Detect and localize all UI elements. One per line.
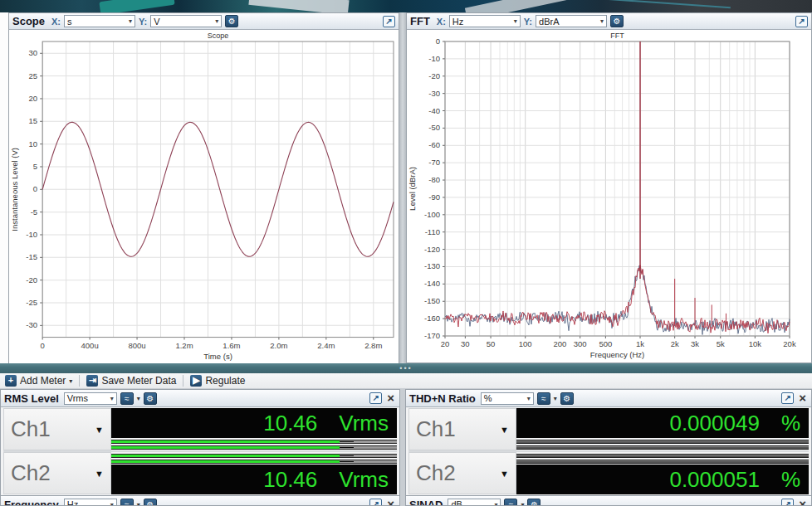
svg-text:-140: -140: [424, 279, 440, 288]
sinad-unit-dropdown[interactable]: dB ▾: [448, 499, 501, 506]
svg-text:-15: -15: [26, 252, 37, 261]
thdn-close-button[interactable]: ×: [797, 392, 808, 404]
svg-text:-10: -10: [428, 54, 440, 63]
rms-ch1-value: 10.46: [263, 411, 317, 436]
fft-chart-area[interactable]: 0-10-20-30-40-50-60-70-80-90-100-110-120…: [407, 30, 811, 362]
app-window: Scope X: s ▾ Y: V ▾ ⚙ ↗ 302520151050-5-1…: [0, 0, 812, 506]
pcb-component: [248, 0, 349, 12]
svg-text:Scope: Scope: [208, 32, 229, 40]
thdn-unit-dropdown[interactable]: % ▾: [481, 392, 534, 405]
svg-text:0: 0: [436, 36, 440, 46]
svg-text:-160: -160: [424, 314, 440, 323]
scope-y-unit-dropdown[interactable]: V ▾: [150, 15, 222, 27]
export-icon: ↗: [785, 393, 791, 402]
svg-text:20: 20: [29, 94, 38, 103]
add-meter-button[interactable]: + Add Meter ▾: [3, 375, 74, 387]
thdn-ch2-value: 0.000051: [669, 467, 759, 493]
svg-text:30: 30: [461, 339, 470, 348]
rms-ch2-bargraph: [111, 452, 397, 465]
fft-settings-button[interactable]: ⚙: [610, 15, 624, 27]
scope-export-button[interactable]: ↗: [383, 16, 395, 27]
svg-text:Frequency (Hz): Frequency (Hz): [590, 350, 644, 359]
chevron-down-icon: ▾: [129, 17, 132, 25]
export-icon: ↗: [785, 499, 791, 506]
chevron-down-icon: ▾: [521, 501, 524, 506]
thdn-ch1-selector[interactable]: Ch1 ▼: [408, 408, 516, 450]
rms-display-mode-button[interactable]: ≈: [120, 392, 134, 405]
frequency-unit-dropdown[interactable]: Hz ▾: [64, 499, 117, 506]
rms-ch2-selector[interactable]: Ch2 ▼: [3, 452, 111, 494]
chevron-down-icon: ▾: [600, 17, 604, 25]
rms-settings-button[interactable]: ⚙: [144, 392, 157, 405]
vertical-splitter[interactable]: [399, 12, 406, 363]
frequency-display-mode-button[interactable]: ≈: [120, 499, 134, 506]
pcb-component: [99, 0, 174, 12]
svg-text:300: 300: [574, 339, 587, 348]
frequency-export-button[interactable]: ↗: [369, 499, 382, 506]
sinad-close-button[interactable]: ×: [797, 499, 808, 506]
chevron-down-icon: ▾: [137, 395, 140, 402]
rms-ch1-selector[interactable]: Ch1 ▼: [3, 408, 111, 450]
fft-x-unit-dropdown[interactable]: Hz ▾: [449, 15, 521, 27]
scope-settings-button[interactable]: ⚙: [225, 15, 238, 27]
rms-ch1-unit: Vrms: [339, 411, 389, 436]
fft-export-button[interactable]: ↗: [795, 16, 808, 27]
thdn-ch1-bargraph: [516, 438, 809, 450]
pcb-photo-banner: [0, 0, 812, 12]
regulate-button[interactable]: ▶ Regulate: [188, 375, 247, 387]
rms-meter-body: Ch1 ▼ 10.46 Vrms: [1, 407, 399, 496]
frequency-close-button[interactable]: ×: [385, 499, 396, 506]
meter-display-icon: ≈: [125, 500, 130, 506]
svg-text:-20: -20: [428, 71, 440, 80]
plus-icon: +: [5, 375, 17, 387]
rms-level-header: RMS Level Vrms ▾ ≈ ▾ ⚙ ↗ ×: [1, 390, 399, 407]
svg-text:50: 50: [487, 339, 496, 348]
svg-text:1.2m: 1.2m: [175, 341, 193, 350]
rms-export-button[interactable]: ↗: [369, 392, 382, 404]
sinad-display-mode-button[interactable]: ≈: [504, 499, 517, 506]
fft-panel-header: FFT X: Hz ▾ Y: dBrA ▾ ⚙ ↗: [407, 13, 811, 30]
thdn-ch2-selector[interactable]: Ch2 ▼: [408, 452, 516, 494]
svg-text:-30: -30: [428, 89, 440, 98]
thdn-export-button[interactable]: ↗: [781, 392, 794, 404]
save-meter-data-button[interactable]: ⇥ Save Meter Data: [85, 375, 178, 387]
rms-close-button[interactable]: ×: [385, 392, 396, 404]
sinad-header: SINAD dB ▾ ≈ ▾ ⚙ ↗ ×: [406, 496, 811, 506]
gear-icon: ⚙: [146, 500, 154, 506]
svg-text:-10: -10: [26, 230, 37, 239]
svg-text:Instantaneous Level (V): Instantaneous Level (V): [10, 148, 19, 231]
thdn-ch2-unit: %: [781, 467, 800, 493]
svg-text:-90: -90: [428, 192, 440, 202]
sinad-title: SINAD: [409, 499, 443, 506]
svg-text:10k: 10k: [749, 339, 762, 348]
meter-display-icon: ≈: [541, 394, 546, 403]
svg-text:0: 0: [33, 184, 37, 193]
thdn-ratio-header: THD+N Ratio % ▾ ≈ ▾ ⚙ ↗ ×: [406, 390, 811, 407]
sinad-export-button[interactable]: ↗: [781, 499, 794, 506]
meter-toolbar: + Add Meter ▾ ⇥ Save Meter Data ▶ Regula…: [0, 373, 812, 389]
svg-text:2k: 2k: [671, 339, 679, 348]
save-icon: ⇥: [86, 375, 98, 387]
chevron-down-icon: ▼: [95, 425, 104, 435]
svg-text:20: 20: [441, 339, 450, 348]
thdn-display-mode-button[interactable]: ≈: [537, 392, 550, 405]
sinad-settings-button[interactable]: ⚙: [527, 499, 541, 506]
fft-panel: FFT X: Hz ▾ Y: dBrA ▾ ⚙ ↗ 0-10-20-30-40-…: [406, 12, 812, 363]
frequency-settings-button[interactable]: ⚙: [144, 499, 157, 506]
chevron-down-icon: ▾: [215, 17, 218, 25]
thdn-ch1-display: 0.000049 %: [516, 408, 809, 438]
fft-y-unit-dropdown[interactable]: dBrA ▾: [536, 15, 607, 27]
fft-chart: 0-10-20-30-40-50-60-70-80-90-100-110-120…: [407, 30, 811, 362]
chevron-down-icon: ▾: [110, 395, 114, 402]
svg-text:15: 15: [29, 116, 38, 125]
chevron-down-icon: ▾: [110, 501, 114, 506]
thdn-settings-button[interactable]: ⚙: [560, 392, 574, 405]
chevron-down-icon: ▾: [514, 17, 517, 25]
rms-unit-dropdown[interactable]: Vrms ▾: [64, 392, 117, 405]
scope-x-unit-dropdown[interactable]: s ▾: [64, 15, 135, 27]
svg-text:-170: -170: [424, 331, 440, 340]
scope-chart-area[interactable]: 302520151050-5-10-15-20-25-300400u800u1.…: [9, 30, 399, 364]
svg-text:-80: -80: [428, 175, 440, 184]
horizontal-splitter[interactable]: •••: [0, 363, 812, 373]
svg-text:Level (dBrA): Level (dBrA): [408, 167, 417, 211]
